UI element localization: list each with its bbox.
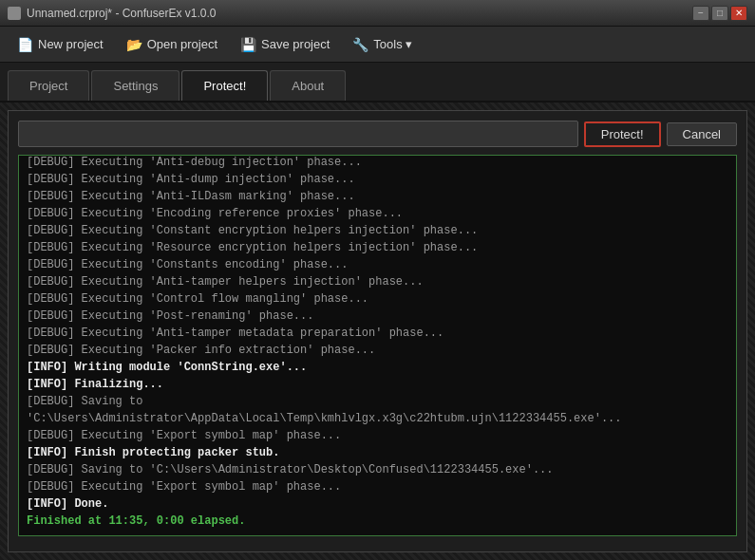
log-line: [DEBUG] Executing 'Post-renaming' phase.…	[27, 308, 728, 325]
cancel-button[interactable]: Cancel	[667, 122, 737, 146]
log-line: [DEBUG] Executing 'Anti-ILDasm marking' …	[27, 188, 728, 205]
menu-new-project-label: New project	[38, 37, 104, 51]
log-line: [DEBUG] Executing 'Anti-debug injection'…	[27, 155, 728, 171]
tab-bar: Project Settings Protect! About	[0, 63, 755, 103]
log-line: [DEBUG] Executing 'Anti-dump injection' …	[27, 171, 728, 188]
save-project-icon: 💾	[240, 37, 256, 52]
action-bar: Protect! Cancel	[18, 121, 737, 147]
log-line: [DEBUG] Executing 'Export symbol map' ph…	[27, 427, 728, 444]
log-line: [DEBUG] Executing 'Constant encryption h…	[27, 222, 728, 239]
tab-about[interactable]: About	[270, 70, 346, 101]
menu-bar: 📄 New project 📂 Open project 💾 Save proj…	[0, 27, 755, 63]
tab-settings[interactable]: Settings	[91, 70, 179, 101]
log-line: [DEBUG] Executing 'Resource encryption h…	[27, 239, 728, 256]
tools-icon: 🔧	[352, 37, 368, 52]
tab-project[interactable]: Project	[8, 70, 89, 101]
menu-new-project[interactable]: 📄 New project	[8, 33, 113, 56]
log-line: [INFO] Done.	[27, 495, 728, 513]
maximize-button[interactable]: □	[711, 6, 728, 21]
log-line: [DEBUG] Saving to 'C:\Users\Administrato…	[27, 461, 728, 478]
title-bar-left: Unnamed.crproj* - ConfuserEx v1.0.0	[8, 7, 216, 20]
menu-tools[interactable]: 🔧 Tools ▾	[343, 33, 422, 56]
new-project-icon: 📄	[17, 37, 33, 52]
open-project-icon: 📂	[126, 37, 142, 52]
log-line: Finished at 11:35, 0:00 elapsed.	[27, 513, 728, 530]
log-line: [INFO] Finish protecting packer stub.	[27, 444, 728, 461]
log-line: [DEBUG] Executing 'Anti-tamper helpers i…	[27, 273, 728, 290]
protect-button[interactable]: Protect!	[584, 121, 661, 147]
log-line: [DEBUG] Executing 'Encoding reference pr…	[27, 205, 728, 222]
log-line: [DEBUG] Executing 'Packer info extractio…	[27, 342, 728, 359]
close-button[interactable]: ✕	[730, 6, 747, 21]
log-line: [DEBUG] Executing 'Control flow mangling…	[27, 290, 728, 308]
app-icon	[8, 7, 21, 20]
log-line: [DEBUG] Executing 'Export symbol map' ph…	[27, 478, 728, 495]
menu-save-project-label: Save project	[261, 37, 330, 51]
log-line: [INFO] Writing module 'ConnString.exe'..…	[27, 359, 728, 376]
menu-open-project[interactable]: 📂 Open project	[117, 33, 227, 56]
log-line: [INFO] Finalizing...	[27, 376, 728, 393]
log-output: [DEBUG] Analyzing...[DEBUG] WPF found, e…	[18, 155, 737, 536]
menu-tools-label: Tools ▾	[373, 37, 412, 51]
main-panel: Protect! Cancel [DEBUG] Analyzing...[DEB…	[8, 110, 747, 552]
log-line: [DEBUG] Executing 'Anti-tamper metadata …	[27, 325, 728, 342]
title-bar: Unnamed.crproj* - ConfuserEx v1.0.0 − □ …	[0, 0, 755, 27]
outer-background: Protect! Cancel [DEBUG] Analyzing...[DEB…	[0, 103, 755, 560]
menu-open-project-label: Open project	[147, 37, 217, 51]
tab-protect[interactable]: Protect!	[181, 70, 268, 101]
window-title: Unnamed.crproj* - ConfuserEx v1.0.0	[27, 7, 216, 20]
file-input	[18, 121, 578, 147]
log-line: [DEBUG] Executing 'Constants encoding' p…	[27, 256, 728, 273]
title-bar-controls: − □ ✕	[692, 6, 747, 21]
minimize-button[interactable]: −	[692, 6, 709, 21]
menu-save-project[interactable]: 💾 Save project	[231, 33, 339, 56]
log-line: [DEBUG] Saving to 'C:\Users\Administrato…	[27, 393, 728, 427]
